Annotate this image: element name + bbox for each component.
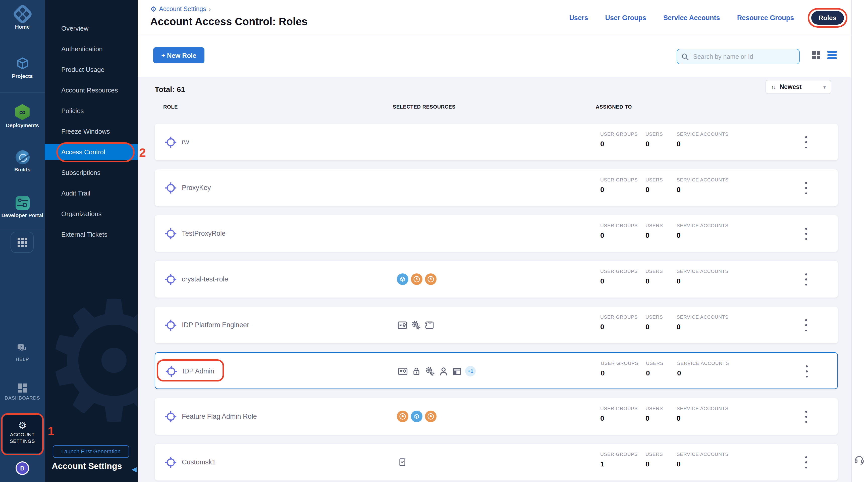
settings-item-product-usage[interactable]: Product Usage <box>45 59 137 80</box>
sidebar-divider <box>0 231 45 231</box>
sort-dropdown[interactable]: ↑↓ Newest ▾ <box>766 80 831 94</box>
assigned-count: 0 <box>600 323 604 331</box>
assigned-count: 0 <box>646 140 650 148</box>
grid-icon <box>17 238 27 247</box>
sidebar-item-builds[interactable]: Builds <box>0 150 45 172</box>
role-row[interactable]: crystal-test-roleUSER GROUPS0USERS0SERVI… <box>155 261 838 298</box>
settings-item-organizations[interactable]: Organizations <box>45 204 137 224</box>
row-menu-button[interactable] <box>803 411 810 423</box>
assigned-label: USERS <box>646 177 663 182</box>
app-window: Home Projects ∞ Deployments Builds Devel… <box>0 0 868 482</box>
row-menu-button[interactable] <box>803 319 810 331</box>
role-row[interactable]: rwUSER GROUPS0USERS0SERVICE ACCOUNTS0 <box>155 124 838 160</box>
sidebar-item-projects[interactable]: Projects <box>0 56 45 79</box>
role-row[interactable]: Customsk1USER GROUPS1USERS0SERVICE ACCOU… <box>155 444 838 481</box>
assigned-count: 0 <box>601 369 605 377</box>
user-avatar[interactable]: D <box>16 461 29 475</box>
role-target-icon <box>164 318 178 334</box>
deployments-icon: ∞ <box>14 104 30 120</box>
settings-item-overview[interactable]: Overview <box>45 18 137 39</box>
assigned-label: USERS <box>646 405 663 411</box>
tab-service-accounts[interactable]: Service Accounts <box>663 14 720 22</box>
settings-item-account-resources[interactable]: Account Resources <box>45 80 137 100</box>
settings-item-audit-trail[interactable]: Audit Trail <box>45 183 137 204</box>
role-name: ProxyKey <box>182 170 211 206</box>
row-menu-button[interactable] <box>803 456 810 469</box>
module-label: Deployments <box>0 122 45 128</box>
row-menu-button[interactable] <box>803 228 810 240</box>
breadcrumb-link[interactable]: Account Settings <box>159 5 206 12</box>
assigned-count: 0 <box>600 277 604 285</box>
tab-users[interactable]: Users <box>569 14 588 22</box>
selected-resources: +1 <box>397 353 476 390</box>
role-name: crystal-test-role <box>182 261 228 298</box>
role-row[interactable]: IDP Admin+1USER GROUPS0USERS0SERVICE ACC… <box>155 352 838 389</box>
settings-item-freeze-windows[interactable]: Freeze Windows <box>45 121 137 142</box>
tab-user-groups[interactable]: User Groups <box>605 14 646 22</box>
settings-item-authentication[interactable]: Authentication <box>45 39 137 59</box>
assigned-label: USERS <box>646 131 663 137</box>
role-row[interactable]: TestProxyRoleUSER GROUPS0USERS0SERVICE A… <box>155 215 838 252</box>
settings-item-access-control[interactable]: Access Control <box>45 144 137 160</box>
assigned-label: SERVICE ACCOUNTS <box>677 451 728 457</box>
sort-direction-icon: ↑↓ <box>771 84 776 90</box>
sidebar-divider <box>0 92 45 93</box>
search-box[interactable] <box>677 49 800 64</box>
resources-overflow-badge: +1 <box>465 366 476 376</box>
launch-first-generation-button[interactable]: Launch First Generation <box>53 445 129 458</box>
sidebar-item-help[interactable]: ? HELP <box>0 343 45 362</box>
assigned-count: 0 <box>646 185 650 193</box>
sidebar-collapse-icon[interactable]: ◀ <box>132 465 136 473</box>
grid-view-toggle[interactable] <box>812 51 820 59</box>
assigned-count: 0 <box>677 369 681 377</box>
selected-resources <box>397 307 435 343</box>
top-nav: Users User Groups Service Accounts Resou… <box>569 11 844 25</box>
role-row[interactable]: IDP Platform EngineerUSER GROUPS0USERS0S… <box>155 307 838 343</box>
role-row[interactable]: ProxyKeyUSER GROUPS0USERS0SERVICE ACCOUN… <box>155 170 838 206</box>
page-title: Account Access Control: Roles <box>150 16 307 28</box>
settings-item-subscriptions[interactable]: Subscriptions <box>45 162 137 183</box>
harness-home-icon <box>12 3 33 25</box>
assigned-count: 0 <box>677 140 681 148</box>
search-input[interactable] <box>693 53 788 60</box>
assigned-count: 0 <box>646 231 650 239</box>
main-content: ⚙ Account Settings › Account Access Cont… <box>137 0 868 482</box>
tab-resource-groups[interactable]: Resource Groups <box>737 14 794 22</box>
right-gutter <box>851 0 868 482</box>
row-menu-button[interactable] <box>803 365 810 378</box>
module-label: Developer Portal <box>0 212 45 218</box>
gear-watermark: ⚙ <box>45 287 137 437</box>
role-name: Feature Flag Admin Role <box>182 398 257 435</box>
assigned-label: SERVICE ACCOUNTS <box>677 405 728 411</box>
settings-item-external-tickets[interactable]: External Tickets <box>45 224 137 245</box>
gear-icon: ⚙ <box>3 420 42 430</box>
module-label: SETTINGS <box>10 438 35 444</box>
checklist-icon <box>397 457 408 468</box>
role-name: Customsk1 <box>182 444 216 481</box>
sidebar-item-developer-portal[interactable]: Developer Portal <box>0 196 45 218</box>
sidebar-item-deployments[interactable]: ∞ Deployments <box>0 104 45 128</box>
feature-flags-icon <box>425 273 436 285</box>
role-row[interactable]: Feature Flag Admin RoleUSER GROUPS0USERS… <box>155 398 838 435</box>
assigned-label: USER GROUPS <box>600 451 638 457</box>
row-menu-button[interactable] <box>803 182 810 194</box>
feature-flags-icon <box>397 411 408 422</box>
new-role-button[interactable]: + New Role <box>153 47 205 63</box>
assigned-label: SERVICE ACCOUNTS <box>677 314 728 320</box>
chevron-down-icon: ▾ <box>823 84 826 90</box>
sidebar-item-home[interactable]: Home <box>0 6 45 30</box>
sidebar-item-dashboards[interactable]: DASHBOARDS <box>0 383 45 401</box>
tab-roles-active[interactable]: Roles <box>811 11 844 25</box>
support-headset-icon[interactable] <box>854 454 865 465</box>
sidebar-item-account-settings[interactable]: ⚙ ACCOUNT SETTINGS <box>3 415 42 453</box>
module-selector-button[interactable] <box>10 232 34 253</box>
assigned-label: USER GROUPS <box>600 405 638 411</box>
row-menu-button[interactable] <box>803 273 810 285</box>
list-view-toggle[interactable] <box>827 51 837 59</box>
assigned-label: USER GROUPS <box>600 131 638 137</box>
row-menu-button[interactable] <box>803 136 810 148</box>
role-name: rw <box>182 124 189 160</box>
settings-item-policies[interactable]: Policies <box>45 100 137 121</box>
assigned-count: 0 <box>677 460 681 468</box>
environments-icon <box>411 411 423 422</box>
